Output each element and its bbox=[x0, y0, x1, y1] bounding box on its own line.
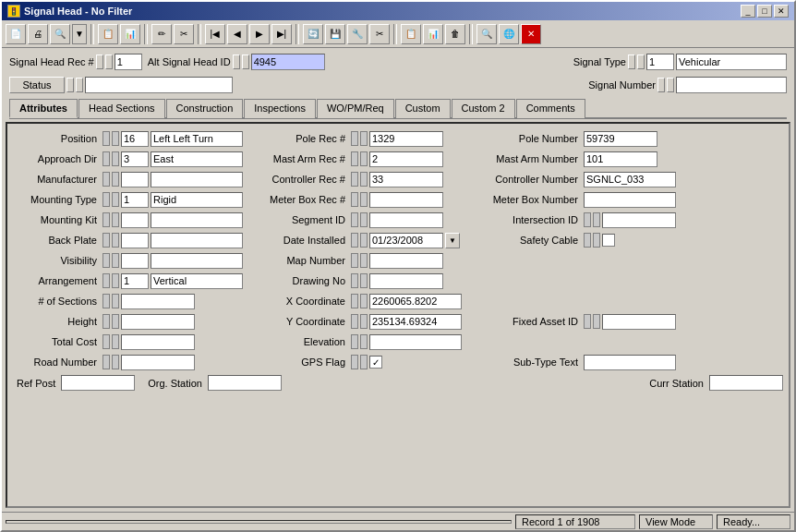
tab-construction[interactable]: Construction bbox=[166, 99, 244, 118]
row-arrangement: Arrangement bbox=[13, 272, 243, 290]
nav-next-button[interactable]: ▶ bbox=[249, 24, 270, 44]
refresh-button[interactable]: 🔄 bbox=[303, 24, 323, 44]
road-number-input[interactable] bbox=[121, 355, 195, 370]
list-button[interactable]: 📋 bbox=[98, 24, 118, 44]
search-button[interactable]: 🔍 bbox=[50, 24, 70, 44]
curr-station-input[interactable] bbox=[709, 375, 783, 391]
mast-arm-rec-input[interactable] bbox=[369, 151, 443, 167]
curr-station-label: Curr Station bbox=[649, 378, 704, 389]
back-plate-text[interactable] bbox=[151, 233, 243, 248]
mounting-type-num[interactable] bbox=[121, 192, 149, 208]
elevation-input[interactable] bbox=[369, 334, 462, 350]
mounting-kit-num[interactable] bbox=[121, 212, 149, 228]
segment-id-input[interactable] bbox=[369, 212, 443, 228]
map-button[interactable]: 🌐 bbox=[499, 24, 519, 44]
signal-head-rec-input[interactable] bbox=[115, 54, 142, 70]
nav-last-button[interactable]: ▶| bbox=[271, 24, 292, 44]
arrangement-text[interactable] bbox=[151, 273, 243, 289]
position-num[interactable] bbox=[121, 131, 149, 147]
approach-dir-num[interactable] bbox=[121, 151, 149, 167]
tools-button[interactable]: 🔧 bbox=[347, 24, 368, 44]
save-button[interactable]: 💾 bbox=[325, 24, 345, 44]
print-button[interactable]: 🖨 bbox=[28, 24, 48, 44]
ref-post-label: Ref Post bbox=[17, 378, 55, 389]
mast-arm-rec-ind bbox=[351, 151, 358, 166]
copy-button[interactable]: 📋 bbox=[401, 24, 421, 44]
controller-number-input[interactable] bbox=[584, 172, 676, 187]
x-coord-input[interactable] bbox=[369, 294, 462, 309]
scissors-button[interactable]: ✂ bbox=[369, 24, 390, 44]
manufacturer-num[interactable] bbox=[121, 172, 149, 187]
gps-flag-checkbox[interactable]: ✓ bbox=[369, 356, 382, 369]
approach-dir-ind2 bbox=[112, 151, 119, 166]
intersection-id-input[interactable] bbox=[602, 212, 676, 228]
mounting-type-text[interactable] bbox=[151, 192, 243, 208]
fixed-asset-id-input[interactable] bbox=[602, 314, 676, 330]
row-back-plate: Back Plate bbox=[13, 231, 243, 249]
status-button[interactable]: Status bbox=[9, 77, 65, 93]
safety-cable-ind2 bbox=[593, 233, 600, 248]
safety-cable-checkbox[interactable] bbox=[602, 234, 615, 247]
approach-dir-text[interactable] bbox=[151, 151, 243, 167]
delete-button[interactable]: 🗑 bbox=[445, 24, 465, 44]
meter-box-rec-input[interactable] bbox=[369, 192, 443, 208]
tab-comments[interactable]: Comments bbox=[516, 99, 585, 118]
view-mode-value: Ready... bbox=[717, 514, 790, 529]
minimize-button[interactable]: _ bbox=[741, 5, 755, 18]
position-text[interactable] bbox=[151, 131, 243, 147]
tab-wo-pm-req[interactable]: WO/PM/Req bbox=[317, 99, 394, 118]
signal-type-indicator bbox=[628, 54, 635, 69]
back-plate-num[interactable] bbox=[121, 233, 149, 248]
drawing-no-input[interactable] bbox=[369, 273, 443, 289]
total-cost-input[interactable] bbox=[121, 334, 195, 350]
org-station-input[interactable] bbox=[208, 375, 282, 391]
y-coord-input[interactable] bbox=[369, 314, 462, 330]
controller-rec-input[interactable] bbox=[369, 172, 443, 187]
meter-box-number-input[interactable] bbox=[584, 192, 676, 208]
signal-number-input[interactable] bbox=[676, 77, 787, 93]
visibility-text[interactable] bbox=[151, 253, 243, 269]
filter-dropdown[interactable]: ▼ bbox=[72, 24, 87, 44]
find-button[interactable]: 🔍 bbox=[476, 24, 497, 44]
height-input[interactable] bbox=[121, 314, 195, 330]
close-button[interactable]: ✕ bbox=[774, 5, 789, 18]
num-sections-input[interactable] bbox=[121, 294, 195, 309]
tab-inspections[interactable]: Inspections bbox=[244, 99, 316, 118]
date-dropdown-button[interactable]: ▼ bbox=[445, 233, 460, 248]
pole-number-input[interactable] bbox=[584, 131, 657, 147]
ref-post-input[interactable] bbox=[61, 375, 135, 391]
new-button[interactable]: 📄 bbox=[6, 24, 26, 44]
num-sections-label: # of Sections bbox=[13, 296, 101, 307]
arrangement-num[interactable] bbox=[121, 273, 149, 289]
pole-rec-input[interactable] bbox=[369, 131, 443, 147]
close-nav-button[interactable]: ✕ bbox=[521, 24, 541, 44]
road-number-ind2 bbox=[112, 355, 119, 369]
signal-type-num-input[interactable] bbox=[646, 54, 674, 70]
row-empty-1 bbox=[480, 251, 676, 270]
pole-rec-ind2 bbox=[360, 131, 368, 146]
arrangement-ind bbox=[103, 273, 110, 288]
visibility-num[interactable] bbox=[121, 253, 149, 269]
cut-button[interactable]: ✂ bbox=[174, 24, 194, 44]
maximize-button[interactable]: □ bbox=[757, 5, 772, 18]
map-number-input[interactable] bbox=[369, 253, 443, 269]
alt-signal-head-input[interactable] bbox=[251, 54, 325, 70]
row-mounting-kit: Mounting Kit bbox=[13, 211, 243, 229]
manufacturer-text[interactable] bbox=[151, 172, 243, 187]
form-button[interactable]: 📊 bbox=[120, 24, 140, 44]
mounting-kit-text[interactable] bbox=[151, 212, 243, 228]
tab-custom2[interactable]: Custom 2 bbox=[452, 99, 515, 118]
paste-button[interactable]: 📊 bbox=[423, 24, 443, 44]
sub-type-text-input[interactable] bbox=[584, 355, 676, 370]
status-input[interactable] bbox=[85, 77, 233, 93]
tab-head-sections[interactable]: Head Sections bbox=[78, 99, 165, 118]
tab-custom[interactable]: Custom bbox=[395, 99, 451, 118]
date-installed-input[interactable] bbox=[369, 233, 443, 248]
nav-first-button[interactable]: |◀ bbox=[205, 24, 225, 44]
tab-attributes[interactable]: Attributes bbox=[9, 99, 78, 118]
signal-type-text-input[interactable] bbox=[676, 54, 787, 70]
mast-arm-number-input[interactable] bbox=[584, 151, 657, 167]
road-number-ind bbox=[103, 355, 110, 369]
nav-prev-button[interactable]: ◀ bbox=[227, 24, 247, 44]
edit-button[interactable]: ✏ bbox=[151, 24, 172, 44]
